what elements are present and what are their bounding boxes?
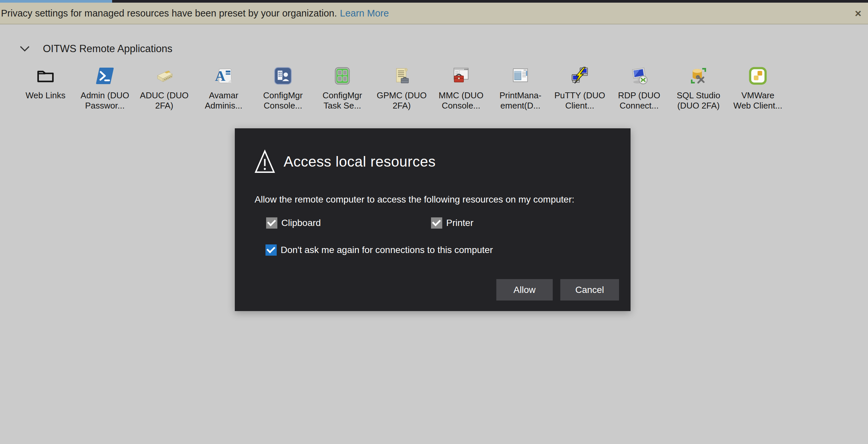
privacy-banner-text: Privacy settings for managed resources h… bbox=[0, 8, 337, 19]
printer-checkbox[interactable]: Printer bbox=[431, 217, 473, 229]
app-label: VMWare Web Client... bbox=[734, 90, 782, 111]
app-label: GPMC (DUO 2FA) bbox=[377, 90, 427, 111]
app-tile-rdp[interactable]: RDP (DUO Connect... bbox=[610, 65, 669, 111]
access-local-resources-dialog: Access local resources Allow the remote … bbox=[235, 128, 630, 311]
app-icon bbox=[570, 65, 590, 87]
app-tile-configmgr-task[interactable]: ConfigMgr Task Se... bbox=[313, 65, 372, 111]
app-label: ADUC (DUO 2FA) bbox=[140, 90, 188, 111]
app-label: RDP (DUO Connect... bbox=[618, 90, 660, 111]
app-tile-mmc[interactable]: MMC (DUO Console... bbox=[431, 65, 491, 111]
printmanagement-icon bbox=[510, 66, 530, 86]
privacy-banner: Privacy settings for managed resources h… bbox=[0, 3, 868, 24]
app-tile-gpmc[interactable]: GPMC (DUO 2FA) bbox=[372, 65, 431, 111]
vmware-icon bbox=[748, 66, 768, 86]
app-label: Admin (DUO Passwor... bbox=[81, 90, 129, 111]
printer-checkbox-label: Printer bbox=[446, 218, 473, 228]
dialog-title-row: Access local resources bbox=[254, 149, 436, 174]
app-icon bbox=[629, 65, 649, 87]
dont-ask-again-checkbox-box[interactable] bbox=[266, 244, 277, 256]
app-icon bbox=[273, 65, 293, 87]
app-label: ConfigMgr Console... bbox=[263, 90, 303, 111]
app-icon bbox=[392, 65, 411, 87]
sql-studio-icon bbox=[689, 66, 708, 86]
close-icon[interactable]: × bbox=[851, 7, 865, 20]
learn-more-link[interactable]: Learn More bbox=[340, 8, 389, 19]
app-icon bbox=[689, 65, 708, 87]
printer-checkbox-box[interactable] bbox=[431, 217, 442, 229]
gpmc-icon bbox=[392, 66, 411, 86]
app-label: PrintMana- ement(D... bbox=[499, 90, 541, 111]
app-tile-configmgr-console[interactable]: ConfigMgr Console... bbox=[253, 65, 313, 111]
app-icon bbox=[36, 65, 55, 87]
dialog-body-text: Allow the remote computer to access the … bbox=[255, 194, 575, 205]
app-grid: Web Links Admin (DUO Passwor... ADUC (DU… bbox=[16, 65, 787, 111]
app-tile-aduc[interactable]: ADUC (DUO 2FA) bbox=[134, 65, 194, 111]
dont-ask-again-checkbox-label: Don't ask me again for connections to th… bbox=[281, 245, 493, 255]
app-tile-avamar[interactable]: A Avamar Adminis... bbox=[194, 65, 253, 111]
app-label: SQL Studio (DUO 2FA) bbox=[677, 90, 720, 111]
mmc-icon bbox=[451, 66, 471, 86]
clipboard-checkbox-box[interactable] bbox=[266, 217, 277, 229]
app-icon bbox=[333, 65, 352, 87]
configmgr-task-icon bbox=[333, 66, 352, 86]
section-title: OITWS Remote Applications bbox=[43, 43, 173, 55]
cancel-button[interactable]: Cancel bbox=[560, 279, 619, 300]
app-label: Web Links bbox=[26, 90, 66, 100]
app-tile-printmanagement[interactable]: PrintMana- ement(D... bbox=[491, 65, 550, 111]
dialog-title: Access local resources bbox=[284, 153, 436, 170]
clipboard-checkbox-label: Clipboard bbox=[281, 218, 321, 228]
svg-text:A: A bbox=[215, 68, 225, 84]
aduc-icon bbox=[154, 66, 174, 86]
app-tile-sql-studio[interactable]: SQL Studio (DUO 2FA) bbox=[669, 65, 728, 111]
rdp-icon bbox=[629, 66, 649, 86]
app-tile-folder[interactable]: Web Links bbox=[16, 65, 75, 111]
app-icon bbox=[748, 65, 768, 87]
app-icon bbox=[154, 65, 174, 87]
app-label: ConfigMgr Task Se... bbox=[322, 90, 362, 111]
dont-ask-again-checkbox[interactable]: Don't ask me again for connections to th… bbox=[266, 244, 493, 256]
clipboard-checkbox[interactable]: Clipboard bbox=[266, 217, 321, 229]
chevron-down-icon bbox=[20, 46, 30, 52]
page-load-bar bbox=[0, 0, 868, 3]
app-label: MMC (DUO Console... bbox=[439, 90, 484, 111]
app-label: PuTTY (DUO Client... bbox=[554, 90, 605, 111]
app-icon bbox=[95, 65, 115, 87]
section-header-oitws[interactable]: OITWS Remote Applications bbox=[20, 43, 173, 55]
allow-button[interactable]: Allow bbox=[496, 279, 553, 300]
configmgr-console-icon bbox=[273, 66, 293, 86]
putty-icon bbox=[570, 66, 590, 86]
app-tile-powershell[interactable]: Admin (DUO Passwor... bbox=[75, 65, 134, 111]
powershell-icon bbox=[95, 66, 115, 85]
app-icon bbox=[451, 65, 471, 87]
page-load-progress bbox=[0, 0, 112, 3]
dialog-button-row: Allow Cancel bbox=[496, 279, 619, 300]
app-icon: A bbox=[214, 65, 234, 87]
app-tile-vmware[interactable]: VMWare Web Client... bbox=[728, 65, 787, 111]
avamar-icon: A bbox=[214, 66, 234, 86]
app-tile-putty[interactable]: PuTTY (DUO Client... bbox=[550, 65, 610, 111]
app-label: Avamar Adminis... bbox=[205, 90, 242, 111]
app-icon bbox=[510, 65, 530, 87]
warning-triangle-icon bbox=[254, 149, 276, 174]
folder-icon bbox=[36, 67, 55, 85]
